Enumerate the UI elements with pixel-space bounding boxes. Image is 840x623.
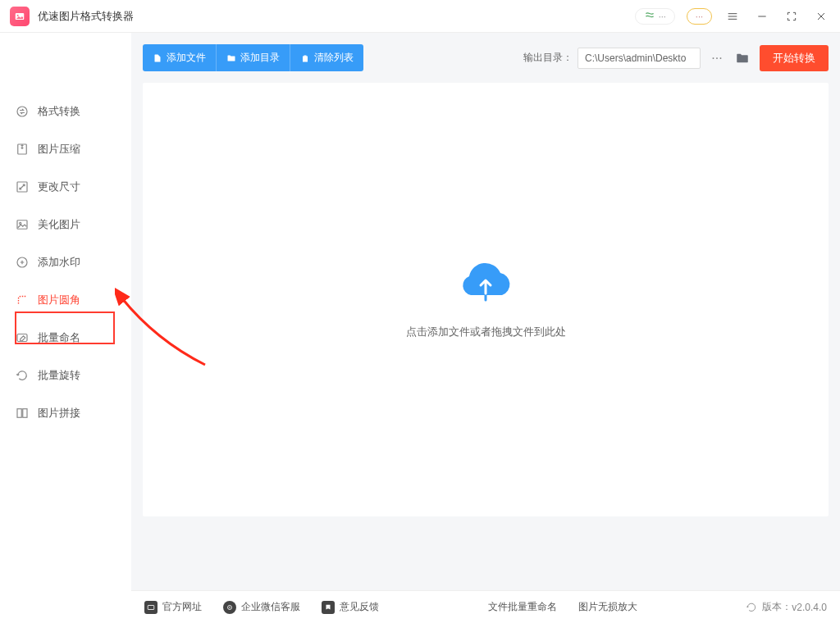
stitch-icon [15, 406, 30, 421]
svg-rect-15 [17, 409, 21, 418]
drop-zone-text: 点击添加文件或者拖拽文件到此处 [406, 325, 566, 339]
sidebar-item-label: 格式转换 [38, 104, 80, 119]
sidebar-item-batch-rotate[interactable]: 批量旋转 [8, 359, 123, 392]
sidebar-item-stitch[interactable]: 图片拼接 [8, 397, 123, 430]
sidebar: 格式转换 图片压缩 更改尺寸 美化图片 添加水印 图片圆角 批量命名 批量旋转 … [0, 33, 131, 590]
start-convert-button[interactable]: 开始转换 [760, 45, 829, 71]
compress-icon [15, 142, 30, 157]
sidebar-item-label: 图片压缩 [38, 142, 80, 157]
output-dir-input[interactable] [578, 48, 701, 69]
minimize-button[interactable] [753, 7, 771, 25]
maximize-button[interactable] [783, 7, 801, 25]
user-badge-1[interactable]: ··· [635, 8, 675, 25]
footer-version: 版本：v2.0.4.0 [746, 600, 827, 614]
feedback-icon [322, 601, 335, 614]
sidebar-item-label: 批量旋转 [38, 368, 80, 383]
open-folder-button[interactable] [733, 49, 751, 67]
rotate-icon [15, 368, 30, 383]
app-title: 优速图片格式转换器 [38, 9, 134, 24]
sidebar-item-resize[interactable]: 更改尺寸 [8, 171, 123, 203]
add-folder-button[interactable]: 添加目录 [216, 44, 290, 71]
user-badge-2[interactable]: ··· [687, 8, 712, 25]
sidebar-item-batch-rename[interactable]: 批量命名 [8, 321, 123, 354]
sidebar-item-label: 添加水印 [38, 255, 80, 270]
support-icon [223, 601, 236, 614]
sidebar-item-label: 美化图片 [38, 217, 80, 232]
svg-point-19 [229, 607, 231, 608]
menu-icon[interactable] [724, 7, 742, 25]
convert-icon [15, 104, 30, 119]
svg-rect-11 [17, 221, 27, 230]
svg-rect-16 [23, 409, 27, 418]
sidebar-item-format-convert[interactable]: 格式转换 [8, 95, 123, 128]
svg-point-1 [17, 14, 19, 16]
sidebar-item-beautify[interactable]: 美化图片 [8, 208, 123, 241]
sidebar-item-label: 批量命名 [38, 330, 80, 345]
beautify-icon [15, 217, 30, 232]
resize-icon [15, 180, 30, 194]
sidebar-item-compress[interactable]: 图片压缩 [8, 133, 123, 166]
cloud-upload-icon [453, 261, 518, 310]
round-corner-icon [15, 293, 30, 307]
footer-feedback[interactable]: 意见反馈 [322, 600, 379, 614]
drop-zone[interactable]: 点击添加文件或者拖拽文件到此处 [143, 83, 829, 516]
footer-enlarge[interactable]: 图片无损放大 [578, 600, 637, 614]
watermark-icon [15, 255, 30, 270]
browse-button[interactable]: ··· [705, 47, 728, 70]
footer-official-site[interactable]: 官方网址 [144, 600, 202, 614]
footer-wechat-support[interactable]: 企业微信客服 [223, 600, 300, 614]
rename-icon [15, 330, 30, 345]
footer-batch-rename[interactable]: 文件批量重命名 [488, 600, 557, 614]
output-dir-label: 输出目录： [523, 51, 573, 65]
svg-rect-17 [148, 605, 154, 609]
add-file-button[interactable]: 添加文件 [143, 44, 216, 71]
sidebar-item-label: 图片圆角 [38, 293, 80, 307]
sidebar-item-watermark[interactable]: 添加水印 [8, 246, 123, 279]
sidebar-item-label: 图片拼接 [38, 406, 80, 421]
close-button[interactable] [812, 7, 830, 25]
sidebar-item-round-corner[interactable]: 图片圆角 [8, 284, 123, 316]
app-logo [10, 7, 30, 26]
globe-icon [144, 601, 158, 614]
clear-list-button[interactable]: 清除列表 [290, 44, 363, 71]
sidebar-item-label: 更改尺寸 [38, 180, 80, 194]
svg-point-8 [17, 107, 27, 116]
